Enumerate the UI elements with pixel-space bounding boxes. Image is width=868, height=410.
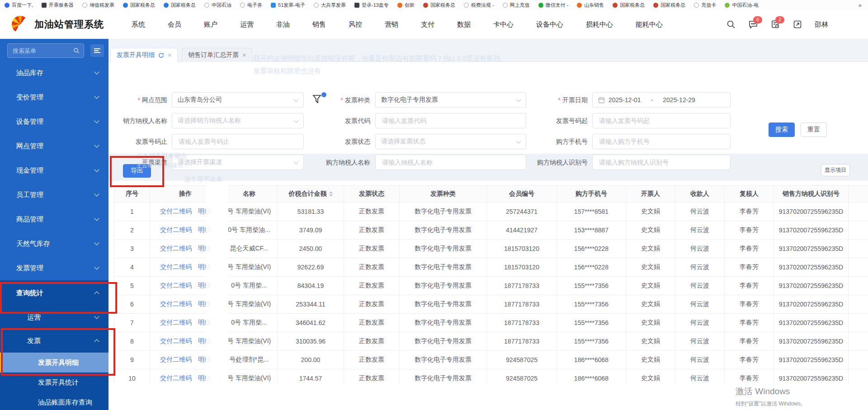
filter-input[interactable] — [178, 137, 298, 146]
bookmark-item[interactable]: 中国石油 — [204, 2, 231, 9]
sidebar-item[interactable]: 商品管理 — [0, 207, 108, 231]
bookmark-item[interactable]: 微信支付 - — [538, 2, 569, 9]
sort-icon[interactable] — [329, 191, 333, 197]
nav-item[interactable]: 卡中心 — [482, 10, 525, 39]
bookmark-item[interactable]: 电子券 — [240, 2, 262, 9]
filter-input[interactable] — [172, 134, 304, 149]
sidebar-search-input[interactable] — [12, 47, 73, 55]
detail-link[interactable]: 明细 — [198, 263, 211, 270]
bookmark-item[interactable]: 登录-13盘专 — [354, 2, 389, 9]
bookmark-item[interactable]: 国家税务总 — [164, 2, 196, 9]
filter-select[interactable]: 请选择开票渠道 — [172, 155, 304, 170]
detail-link[interactable]: 明细 — [198, 226, 211, 233]
filter-input[interactable] — [598, 117, 725, 125]
filter-select[interactable]: 数字化电子专用发票 — [375, 92, 526, 108]
deliver-qrcode-link[interactable]: 交付二维码 — [160, 374, 192, 382]
deliver-qrcode-link[interactable]: 交付二维码 — [160, 337, 192, 344]
deliver-qrcode-link[interactable]: 交付二维码 — [160, 263, 192, 270]
tab-sales-order-invoicing[interactable]: 销售订单汇总开票 × — [182, 48, 252, 62]
sidebar-item[interactable]: 变价管理 — [0, 85, 108, 109]
nav-item[interactable]: 风控 — [337, 10, 373, 39]
bookmark-item[interactable]: 创新 — [397, 2, 415, 9]
filter-input[interactable] — [598, 137, 725, 146]
deliver-qrcode-link[interactable]: 交付二维码 — [160, 319, 192, 326]
filter-select[interactable]: 请选择销方纳税人名称 — [172, 113, 304, 128]
filter-funnel-icon[interactable] — [312, 94, 325, 107]
sidebar-item[interactable]: 发票管理 — [0, 256, 108, 280]
nav-item[interactable]: 账户 — [193, 10, 229, 39]
nav-item[interactable]: 设备中心 — [525, 10, 575, 39]
nav-item[interactable]: 损耗中心 — [575, 10, 624, 39]
search-icon[interactable] — [726, 19, 736, 29]
bookmark-item[interactable]: 增值税发票 — [82, 2, 114, 9]
close-icon[interactable]: × — [168, 52, 171, 59]
filter-input[interactable] — [375, 155, 526, 170]
column-header[interactable]: 价税合计金额 — [278, 186, 344, 203]
filter-input[interactable] — [592, 113, 731, 128]
message-icon[interactable]: 0 — [748, 19, 758, 29]
detail-link[interactable]: 明细 — [198, 356, 211, 363]
filter-input[interactable] — [592, 134, 731, 149]
filter-daterange[interactable]: 2025-12-01-2025-12-29 — [592, 92, 731, 108]
nav-item[interactable]: 运营 — [229, 10, 265, 39]
nav-item[interactable]: 系统 — [120, 10, 156, 39]
detail-link[interactable]: 明细 — [198, 282, 211, 289]
filter-input[interactable] — [381, 117, 520, 125]
sidebar-subitem[interactable]: 运营 — [0, 306, 108, 329]
sidebar-item-query-stats[interactable]: 查询统计 — [0, 280, 108, 306]
nav-item[interactable]: 数据 — [446, 10, 482, 39]
bookmark-item[interactable]: 大共享发票 — [314, 2, 346, 9]
reset-button[interactable]: 重置 — [801, 123, 827, 137]
deliver-qrcode-link[interactable]: 交付二维码 — [160, 207, 192, 215]
filter-input[interactable] — [375, 113, 526, 128]
sidebar-subitem[interactable]: 发票开具明细 — [0, 353, 108, 372]
filter-select[interactable]: 请选择发票状态 — [375, 134, 526, 149]
filter-input[interactable] — [592, 155, 731, 170]
nav-item[interactable]: 非油 — [265, 10, 301, 39]
sidebar-subitem[interactable]: 发票开具统计 — [0, 372, 108, 392]
bookmark-item[interactable]: 国家税务总 — [423, 2, 455, 9]
detail-link[interactable]: 明细 — [198, 374, 211, 382]
sidebar-item[interactable]: 现金管理 — [0, 158, 108, 183]
bookmark-item[interactable]: 国家税务总 — [613, 2, 645, 9]
filter-select[interactable]: 山东青岛分公司 — [172, 92, 304, 108]
detail-link[interactable]: 明细 — [198, 319, 211, 326]
sidebar-item[interactable]: 设备管理 — [0, 109, 108, 134]
bookmark-item[interactable]: 51发票-电子 — [271, 2, 305, 9]
sidebar-subitem[interactable]: 发票 — [0, 329, 108, 353]
close-icon[interactable]: × — [242, 52, 246, 59]
detail-link[interactable]: 明细 — [198, 207, 211, 215]
sidebar-item[interactable]: 网点管理 — [0, 134, 108, 158]
bookmarks-overflow-icon[interactable]: » — [859, 2, 863, 9]
search-button[interactable]: 搜索 — [769, 123, 795, 137]
nav-item[interactable]: 营销 — [373, 10, 410, 39]
detail-link[interactable]: 明细 — [198, 245, 211, 252]
deliver-qrcode-link[interactable]: 交付二维码 — [160, 300, 192, 307]
deliver-qrcode-link[interactable]: 交付二维码 — [160, 226, 192, 233]
display-items-button[interactable]: 显示项目 — [821, 164, 850, 176]
bookmark-item[interactable]: 网上充值 — [503, 2, 530, 9]
nav-item[interactable]: 会员 — [156, 10, 193, 39]
detail-link[interactable]: 明细 — [198, 337, 211, 344]
sidebar-item[interactable]: 员工管理 — [0, 183, 108, 207]
tab-invoice-detail[interactable]: 发票开具明细 × — [110, 48, 178, 62]
filter-input[interactable] — [381, 158, 520, 166]
todo-icon[interactable]: 2 — [770, 19, 780, 29]
nav-item[interactable]: 销售 — [301, 10, 337, 39]
bookmark-item[interactable]: 百度一下, — [5, 2, 33, 9]
sidebar-subitem[interactable]: 油品账面库存查询 — [0, 392, 108, 410]
sidebar-item[interactable]: 天然气库存 — [0, 231, 108, 256]
deliver-qrcode-link[interactable]: 交付二维码 — [160, 356, 192, 363]
sidebar-item[interactable]: 油品库存 — [0, 61, 108, 85]
bookmark-item[interactable]: 开票服务器 — [42, 2, 74, 9]
deliver-qrcode-link[interactable]: 交付二维码 — [160, 245, 192, 252]
bookmark-item[interactable]: 税费法规 - — [464, 2, 494, 9]
bookmark-item[interactable]: 国家税务总 — [653, 2, 685, 9]
fullscreen-icon[interactable] — [793, 19, 802, 29]
export-button[interactable]: 导出 — [123, 164, 151, 178]
bookmark-item[interactable]: 中国石油-电 — [725, 2, 759, 9]
deliver-qrcode-link[interactable]: 交付二维码 — [160, 282, 192, 289]
user-name[interactable]: 邵林 — [815, 20, 828, 29]
refresh-icon[interactable] — [158, 52, 164, 58]
sidebar-collapse-button[interactable] — [90, 44, 104, 57]
